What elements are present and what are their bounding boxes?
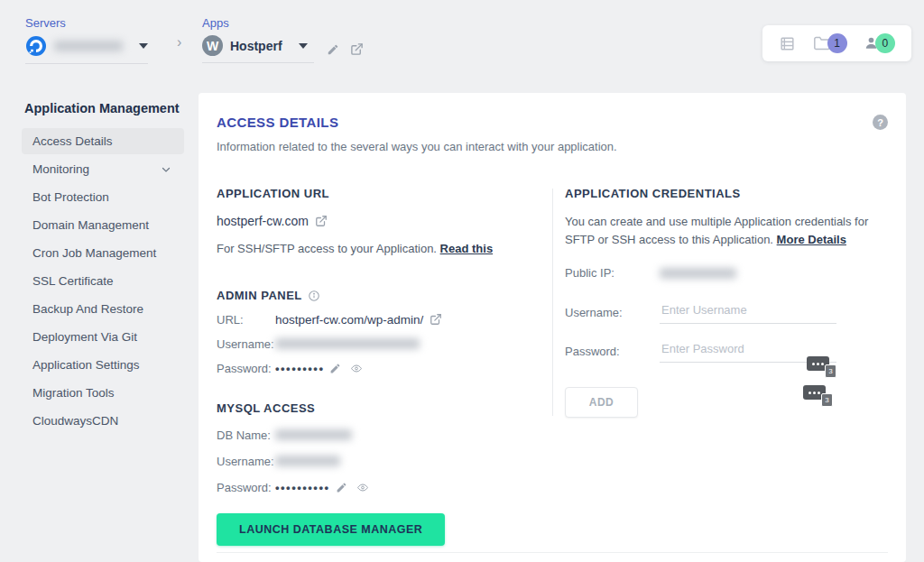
app-name: Hostperf xyxy=(230,39,282,53)
admin-panel-heading: ADMIN PANEL xyxy=(217,289,302,302)
page-title: ACCESS DETAILS xyxy=(217,115,338,130)
help-icon[interactable]: ? xyxy=(873,115,888,130)
server-selector-group: Servers xyxy=(25,16,148,64)
mysql-password-label: Password: xyxy=(217,481,275,494)
launch-database-manager-button[interactable]: LAUNCH DATABASE MANAGER xyxy=(217,513,445,546)
page: Servers › Apps W Hostperf xyxy=(0,0,924,562)
sidebar-item-label: Monitoring xyxy=(32,162,89,176)
edit-password-icon[interactable] xyxy=(336,482,347,493)
sidebar-item-migration-tools[interactable]: Migration Tools xyxy=(22,380,184,406)
mysql-username-label: Username: xyxy=(217,455,275,468)
server-selector[interactable] xyxy=(25,35,148,64)
sidebar-item-monitoring[interactable]: Monitoring xyxy=(22,156,184,182)
projects-folder-icon[interactable]: 1 xyxy=(813,33,847,53)
password-manager-icon[interactable]: 3 xyxy=(807,356,829,371)
application-credentials-heading: APPLICATION CREDENTIALS xyxy=(565,187,888,200)
password-manager-icon[interactable]: 3 xyxy=(803,385,826,400)
page-subtitle: Information related to the several ways … xyxy=(217,140,888,153)
app-selector[interactable]: W Hostperf xyxy=(202,35,314,63)
server-list-icon[interactable] xyxy=(779,35,796,52)
edit-app-icon[interactable] xyxy=(327,43,339,56)
password-manager-badge: 3 xyxy=(825,364,836,378)
sidebar-item-domain-management[interactable]: Domain Management xyxy=(22,212,184,238)
sidebar-item-label: Application Settings xyxy=(32,358,140,372)
read-this-link[interactable]: Read this xyxy=(440,242,494,255)
blurred-public-ip xyxy=(660,268,736,279)
open-admin-external-icon[interactable] xyxy=(430,313,442,326)
add-credential-button[interactable]: ADD xyxy=(565,387,638,418)
header-status-card: 1 0 xyxy=(762,25,911,61)
admin-url-value: hostperf-cw.com/wp-admin/ xyxy=(275,313,423,327)
sidebar-item-access-details[interactable]: Access Details xyxy=(22,128,184,154)
section-divider xyxy=(217,552,888,553)
open-app-external-icon[interactable] xyxy=(350,42,364,56)
sidebar-item-label: Migration Tools xyxy=(32,386,115,400)
breadcrumb-separator: › xyxy=(177,34,181,51)
blurred-mysql-username xyxy=(275,456,340,466)
show-password-eye-icon[interactable] xyxy=(349,363,364,374)
chevron-down-icon xyxy=(299,43,308,49)
sidebar-item-bot-protection[interactable]: Bot Protection xyxy=(22,184,184,210)
wordpress-icon: W xyxy=(202,35,223,56)
public-ip-label: Public IP: xyxy=(565,266,660,280)
blurred-db-name xyxy=(275,429,352,440)
digitalocean-icon xyxy=(25,35,47,57)
mysql-access-heading: MYSQL ACCESS xyxy=(217,401,552,415)
mysql-password-mask: •••••••••• xyxy=(275,481,330,494)
edit-password-icon[interactable] xyxy=(329,363,341,374)
application-url-value: hostperf-cw.com xyxy=(217,214,309,228)
blurred-admin-username xyxy=(275,338,420,349)
team-member-icon[interactable]: 0 xyxy=(864,33,895,53)
sidebar: Application Management Access Details Mo… xyxy=(0,90,199,436)
ssh-access-text: For SSH/SFTP access to your Application. xyxy=(217,242,437,255)
admin-password-mask: ••••••••• xyxy=(275,362,324,375)
sidebar-item-cron-job-management[interactable]: Cron Job Management xyxy=(22,240,184,266)
sidebar-item-label: Cron Job Management xyxy=(32,246,156,260)
sidebar-item-label: Access Details xyxy=(32,134,113,148)
sidebar-item-deployment-via-git[interactable]: Deployment Via Git xyxy=(22,324,184,350)
sidebar-item-label: CloudwaysCDN xyxy=(32,414,118,428)
projects-count-badge: 1 xyxy=(827,33,847,53)
apps-label: Apps xyxy=(202,16,364,30)
credentials-password-label: Password: xyxy=(565,345,660,358)
sidebar-item-application-settings[interactable]: Application Settings xyxy=(22,352,184,378)
username-input[interactable] xyxy=(660,301,836,324)
credentials-username-label: Username: xyxy=(565,306,660,319)
left-column: APPLICATION URL hostperf-cw.com For SSH/… xyxy=(217,187,552,546)
app-selector-group: Apps W Hostperf xyxy=(202,16,364,63)
admin-url-label: URL: xyxy=(217,313,275,327)
admin-username-label: Username: xyxy=(217,337,275,351)
more-details-link[interactable]: More Details xyxy=(777,233,846,246)
sidebar-item-backup-and-restore[interactable]: Backup And Restore xyxy=(22,296,184,322)
chevron-down-icon xyxy=(161,164,171,175)
sidebar-item-label: Bot Protection xyxy=(32,190,109,204)
info-icon[interactable] xyxy=(308,290,320,302)
access-details-card: ACCESS DETAILS ? Information related to … xyxy=(199,93,906,562)
show-password-eye-icon[interactable] xyxy=(356,482,370,493)
sidebar-item-label: Backup And Restore xyxy=(32,302,143,316)
admin-password-label: Password: xyxy=(217,362,275,375)
blurred-server-name xyxy=(54,41,123,51)
sidebar-item-cloudwayscdn[interactable]: CloudwaysCDN xyxy=(22,408,184,434)
right-column: APPLICATION CREDENTIALS You can create a… xyxy=(553,187,888,546)
application-url-heading: APPLICATION URL xyxy=(217,187,552,200)
password-manager-badge: 3 xyxy=(821,393,833,407)
sidebar-title: Application Management xyxy=(24,101,199,115)
team-count-badge: 0 xyxy=(875,33,895,53)
chevron-down-icon xyxy=(139,43,148,49)
servers-label: Servers xyxy=(25,16,148,30)
sidebar-item-label: SSL Certificate xyxy=(32,274,114,288)
sidebar-item-label: Deployment Via Git xyxy=(32,330,137,344)
db-name-label: DB Name: xyxy=(217,428,275,442)
sidebar-item-ssl-certificate[interactable]: SSL Certificate xyxy=(22,268,184,294)
sidebar-item-label: Domain Management xyxy=(32,218,149,232)
open-url-external-icon[interactable] xyxy=(315,215,328,227)
